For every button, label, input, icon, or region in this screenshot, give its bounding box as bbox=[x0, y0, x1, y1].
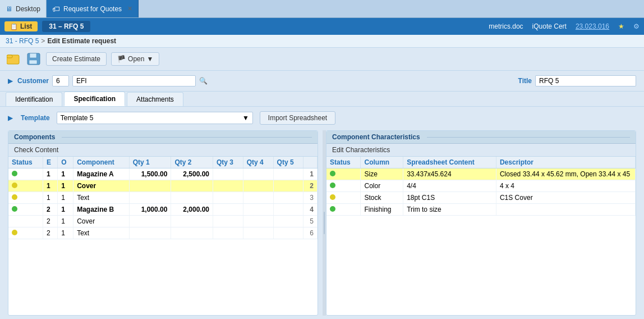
version-number: 23.023.016 bbox=[576, 22, 609, 30]
title-input[interactable] bbox=[535, 75, 636, 86]
tabs-bar: Identification Specification Attachments bbox=[0, 92, 644, 107]
cell-qty2: 2,500.00 bbox=[171, 168, 213, 180]
customer-field: ▶ Customer 🔍 bbox=[8, 75, 208, 86]
table-row[interactable]: Color 4/4 4 x 4 bbox=[326, 180, 636, 192]
template-select[interactable]: Template 5 ▼ bbox=[57, 112, 253, 124]
template-value: Template 5 bbox=[61, 114, 94, 122]
components-table-wrapper[interactable]: Status E O Component Qty 1 Qty 2 Qty 3 Q… bbox=[8, 157, 318, 315]
tab-attachments[interactable]: Attachments bbox=[127, 92, 183, 106]
cell-qty2 bbox=[171, 180, 213, 192]
title-bar: 🖥 Desktop 🏷 Request for Quotes ✕ bbox=[0, 0, 644, 18]
components-table: Status E O Component Qty 1 Qty 2 Qty 3 Q… bbox=[8, 157, 318, 239]
characteristics-sub-label: Edit Characteristics bbox=[332, 146, 390, 154]
characteristics-table-wrapper[interactable]: Status Column Spreadsheet Content Descri… bbox=[326, 157, 636, 315]
components-title: Components bbox=[14, 133, 55, 141]
iquote-cert: iQuote Cert bbox=[532, 22, 567, 30]
cell-qty5 bbox=[273, 216, 303, 227]
col-component: Component bbox=[73, 157, 130, 168]
customer-search-icon[interactable]: 🔍 bbox=[199, 77, 208, 85]
char-cell-descriptor: 4 x 4 bbox=[496, 180, 635, 192]
cell-e: 2 bbox=[43, 204, 57, 216]
tab-identification[interactable]: Identification bbox=[6, 92, 62, 106]
char-col-descriptor: Descriptor bbox=[496, 157, 635, 168]
table-row[interactable]: 2 1 Magazine B 1,000.00 2,000.00 4 bbox=[8, 204, 318, 216]
cell-qty3 bbox=[213, 180, 243, 192]
table-row[interactable]: Finishing Trim to size bbox=[326, 204, 636, 216]
components-panel: Components Check Content Status E O Comp… bbox=[8, 130, 318, 316]
tab-specification[interactable]: Specification bbox=[64, 92, 125, 106]
table-row[interactable]: 1 1 Cover 2 bbox=[8, 180, 318, 192]
tab-desktop-label: Desktop bbox=[16, 5, 40, 13]
rfq-label: 31 – RFQ 5 bbox=[42, 21, 90, 32]
char-cell-column: Finishing bbox=[361, 204, 403, 216]
title-label: Title bbox=[518, 77, 532, 85]
table-row[interactable]: Stock 18pt C1S C1S Cover bbox=[326, 192, 636, 204]
cell-num: 5 bbox=[303, 216, 318, 227]
components-panel-header: Components bbox=[8, 131, 318, 144]
char-cell-status bbox=[326, 192, 361, 204]
tab-desktop[interactable]: 🖥 Desktop bbox=[0, 0, 47, 17]
col-qty1: Qty 1 bbox=[129, 157, 171, 168]
cell-o: 1 bbox=[58, 192, 73, 204]
cell-qty1 bbox=[129, 227, 171, 239]
tab-rfq[interactable]: 🏷 Request for Quotes ✕ bbox=[47, 0, 139, 17]
cell-qty2 bbox=[171, 192, 213, 204]
cell-qty1 bbox=[129, 216, 171, 227]
list-icon: 📋 bbox=[10, 23, 18, 30]
cell-num: 1 bbox=[303, 168, 318, 180]
create-estimate-button[interactable]: Create Estimate bbox=[46, 52, 107, 66]
open-button[interactable]: 🏴 Open ▼ bbox=[111, 52, 159, 66]
cell-o: 1 bbox=[58, 168, 73, 180]
char-cell-status bbox=[326, 168, 361, 180]
table-row[interactable]: 2 1 Cover 5 bbox=[8, 216, 318, 227]
table-row[interactable]: 2 1 Text 6 bbox=[8, 227, 318, 239]
char-cell-descriptor bbox=[496, 204, 635, 216]
star-icon[interactable]: ★ bbox=[618, 22, 624, 30]
settings-icon[interactable]: ⚙ bbox=[633, 22, 640, 30]
list-button[interactable]: 📋 List bbox=[4, 21, 38, 31]
template-triangle: ▶ bbox=[8, 114, 13, 122]
folder-icon-btn[interactable] bbox=[6, 51, 21, 67]
cell-qty5 bbox=[273, 204, 303, 216]
cell-qty4 bbox=[243, 180, 273, 192]
col-qty2: Qty 2 bbox=[171, 157, 213, 168]
breadcrumb: 31 - RFQ 5 > Edit Estimate request bbox=[0, 35, 644, 48]
cell-o: 1 bbox=[58, 204, 73, 216]
cell-component: Text bbox=[73, 227, 130, 239]
svg-rect-3 bbox=[30, 53, 36, 58]
char-cell-content: 18pt C1S bbox=[403, 192, 496, 204]
cell-e: 2 bbox=[43, 216, 57, 227]
customer-id-input[interactable] bbox=[52, 75, 69, 86]
open-label: Open bbox=[128, 55, 144, 63]
cell-component: Magazine B bbox=[73, 204, 130, 216]
import-spreadsheet-button[interactable]: Import Spreadsheet bbox=[260, 111, 335, 125]
customer-triangle: ▶ bbox=[8, 77, 13, 85]
customer-name-input[interactable] bbox=[72, 75, 196, 86]
table-row[interactable]: Size 33.437x45.624 Closed 33.44 x 45.62 … bbox=[326, 168, 636, 180]
breadcrumb-separator: > bbox=[41, 37, 45, 45]
cell-o: 1 bbox=[58, 216, 73, 227]
metrics-doc: metrics.doc bbox=[489, 22, 523, 30]
tab-close-icon[interactable]: ✕ bbox=[127, 5, 132, 12]
char-cell-content: 33.437x45.624 bbox=[403, 168, 496, 180]
table-row[interactable]: 1 1 Text 3 bbox=[8, 192, 318, 204]
cell-qty4 bbox=[243, 204, 273, 216]
breadcrumb-parent[interactable]: 31 - RFQ 5 bbox=[6, 37, 39, 45]
cell-qty1: 1,500.00 bbox=[129, 168, 171, 180]
cell-qty3 bbox=[213, 204, 243, 216]
col-qty3: Qty 3 bbox=[213, 157, 243, 168]
save-icon-btn[interactable] bbox=[26, 51, 42, 67]
cell-qty1 bbox=[129, 180, 171, 192]
status-dot bbox=[330, 194, 335, 200]
char-cell-content: Trim to size bbox=[403, 204, 496, 216]
cell-qty2 bbox=[171, 216, 213, 227]
cell-status bbox=[8, 204, 43, 216]
characteristics-panel-header: Component Characteristics bbox=[326, 131, 636, 144]
col-num bbox=[303, 157, 318, 168]
table-row[interactable]: 1 1 Magazine A 1,500.00 2,500.00 1 bbox=[8, 168, 318, 180]
col-o: O bbox=[58, 157, 73, 168]
char-cell-status bbox=[326, 204, 361, 216]
char-cell-column: Size bbox=[361, 168, 403, 180]
svg-rect-1 bbox=[7, 55, 12, 58]
cell-qty5 bbox=[273, 227, 303, 239]
